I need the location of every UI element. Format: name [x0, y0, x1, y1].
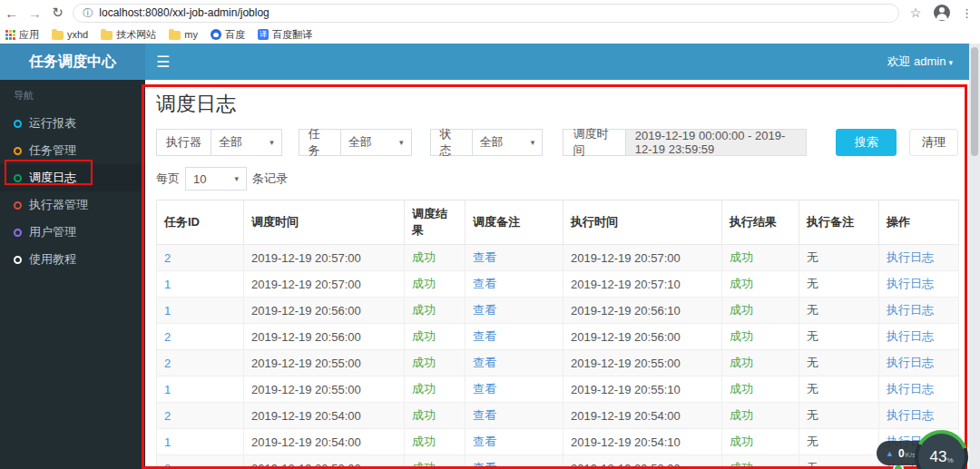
status-select[interactable]: 全部▾ [472, 129, 544, 156]
sidebar-item-使用教程[interactable]: 使用教程 [0, 246, 145, 273]
job-id-link[interactable]: 2 [164, 251, 171, 265]
table-header-row: 任务ID调度时间调度结果调度备注执行时间执行结果执行备注操作 [157, 200, 959, 245]
table-cell: 2019-12-19 20:54:00 [564, 403, 722, 429]
table-cell: 成功 [722, 429, 799, 455]
chevron-down-icon: ▾ [948, 58, 953, 67]
table-row: 12019-12-19 20:54:00成功查看2019-12-19 20:54… [157, 429, 959, 455]
exec-time: 2019-12-19 20:54:00 [571, 409, 681, 423]
upload-arrow-icon: ▲ [886, 449, 894, 458]
sidebar-item-执行器管理[interactable]: 执行器管理 [0, 191, 145, 219]
circle-icon [14, 120, 22, 128]
app-header: 任务调度中心 ☰ 欢迎 admin▾ [0, 44, 969, 80]
pagesize-select[interactable]: 10▾ [185, 167, 247, 191]
exec-log-link[interactable]: 执行日志 [887, 329, 934, 343]
page-scrollbar[interactable] [969, 44, 980, 469]
job-id-link[interactable]: 1 [164, 435, 171, 449]
job-filter-label: 任务 [299, 129, 340, 156]
exec-log-link[interactable]: 执行日志 [887, 277, 934, 290]
exec-log-link[interactable]: 执行日志 [887, 303, 934, 317]
chevron-down-icon: ▾ [234, 174, 239, 183]
circle-icon [14, 147, 22, 155]
executor-select[interactable]: 全部▾ [211, 129, 282, 156]
job-id-link[interactable]: 1 [164, 304, 171, 318]
table-cell: 2 [157, 324, 244, 350]
forward-icon[interactable]: → [23, 5, 45, 21]
exec-result: 成功 [730, 356, 753, 369]
search-button[interactable]: 搜索 [836, 129, 897, 156]
table-cell: 1 [157, 298, 244, 324]
dispatch-time: 2019-12-19 20:55:00 [251, 357, 361, 370]
table-cell: 查看 [466, 376, 564, 403]
dispatch-note-link[interactable]: 查看 [473, 277, 496, 290]
table-cell: 成功 [722, 271, 799, 298]
dispatch-note-link[interactable]: 查看 [473, 382, 496, 396]
bookmark-baidu-translate[interactable]: 译 百度翻译 [258, 28, 312, 42]
job-select[interactable]: 全部▾ [340, 129, 412, 156]
bookmark-folder-my[interactable]: my [169, 29, 198, 40]
job-id-link[interactable]: 2 [164, 409, 171, 423]
sidebar-toggle-icon[interactable]: ☰ [156, 53, 170, 72]
page-title: 调度日志 [156, 91, 958, 118]
table-cell: 执行日志 [879, 403, 959, 429]
table-cell: 执行日志 [879, 324, 959, 350]
dispatch-note-link[interactable]: 查看 [473, 303, 496, 317]
sidebar-item-运行报表[interactable]: 运行报表 [0, 110, 145, 137]
sidebar: 导航 运行报表任务管理调度日志执行器管理用户管理使用教程 [0, 80, 145, 469]
dispatch-note-link[interactable]: 查看 [473, 250, 496, 264]
job-id-link[interactable]: 1 [164, 383, 171, 396]
brand-logo[interactable]: 任务调度中心 [0, 44, 145, 80]
job-id-link[interactable]: 2 [164, 462, 171, 469]
bookmark-folder-tech[interactable]: 技术网站 [101, 28, 156, 42]
job-id-link[interactable]: 1 [164, 278, 171, 291]
table-row: 22019-12-19 20:54:00成功查看2019-12-19 20:54… [157, 403, 959, 429]
user-dropdown[interactable]: 欢迎 admin▾ [887, 54, 953, 70]
exec-log-link[interactable]: 执行日志 [887, 356, 934, 369]
circle-icon [14, 229, 22, 237]
table-cell: 成功 [405, 298, 466, 324]
profile-avatar[interactable] [934, 5, 950, 21]
filter-bar: 执行器 全部▾ 任务 全部▾ 状态 全部▾ 调度时间 2019-12-19 00… [156, 129, 958, 156]
table-cell: 成功 [405, 376, 466, 403]
table-cell: 2019-12-19 20:57:00 [564, 245, 722, 271]
dispatch-note-link[interactable]: 查看 [473, 408, 496, 422]
url-text[interactable]: localhost:8080/xxl-job-admin/joblog [99, 6, 269, 19]
dispatch-note-link[interactable]: 查看 [473, 356, 496, 369]
sidebar-item-任务管理[interactable]: 任务管理 [0, 137, 145, 164]
job-id-link[interactable]: 2 [164, 330, 171, 344]
exec-note: 无 [807, 461, 818, 469]
dispatch-note-link[interactable]: 查看 [473, 329, 496, 343]
bookmark-apps[interactable]: 应用 [5, 28, 39, 42]
bookmark-folder-yxhd[interactable]: yxhd [52, 29, 88, 40]
dispatch-result: 成功 [412, 277, 436, 290]
exec-log-link[interactable]: 执行日志 [887, 408, 934, 422]
table-row: 22019-12-19 20:55:00成功查看2019-12-19 20:55… [157, 350, 959, 376]
table-cell: 成功 [722, 350, 799, 376]
bookmark-star-icon[interactable]: ☆ [910, 5, 922, 20]
circle-icon [14, 201, 22, 210]
reload-icon[interactable]: ↻ [46, 5, 69, 21]
dispatch-note-link[interactable]: 查看 [473, 435, 496, 448]
dispatch-result: 成功 [412, 250, 436, 264]
bookmarks-bar: 应用 yxhd 技术网站 my 百度 译 百度翻译 [0, 25, 980, 44]
time-range-input[interactable]: 2019-12-19 00:00:00 - 2019-12-19 23:59:5… [625, 129, 808, 156]
folder-icon [101, 31, 113, 40]
table-cell: 成功 [405, 429, 466, 455]
time-filter: 调度时间 2019-12-19 00:00:00 - 2019-12-19 23… [563, 129, 807, 156]
bookmark-baidu[interactable]: 百度 [211, 28, 245, 42]
job-id-link[interactable]: 2 [164, 357, 171, 370]
dispatch-note-link[interactable]: 查看 [473, 461, 496, 469]
table-cell: 1 [157, 376, 244, 403]
table-cell: 成功 [405, 350, 466, 376]
browser-menu-icon[interactable]: ⋮ [961, 6, 973, 20]
table-cell: 2 [157, 403, 244, 429]
sidebar-item-调度日志[interactable]: 调度日志 [0, 164, 145, 191]
address-bar[interactable]: ⓘ localhost:8080/xxl-job-admin/joblog [73, 4, 899, 23]
page-info-icon[interactable]: ⓘ [83, 6, 93, 20]
dispatch-time: 2019-12-19 20:54:00 [251, 409, 361, 423]
clear-button[interactable]: 清理 [909, 129, 958, 156]
back-icon[interactable]: ← [0, 5, 23, 21]
scrollbar-thumb[interactable] [971, 47, 978, 156]
exec-log-link[interactable]: 执行日志 [887, 382, 934, 396]
exec-log-link[interactable]: 执行日志 [887, 250, 934, 264]
sidebar-item-用户管理[interactable]: 用户管理 [0, 219, 145, 246]
